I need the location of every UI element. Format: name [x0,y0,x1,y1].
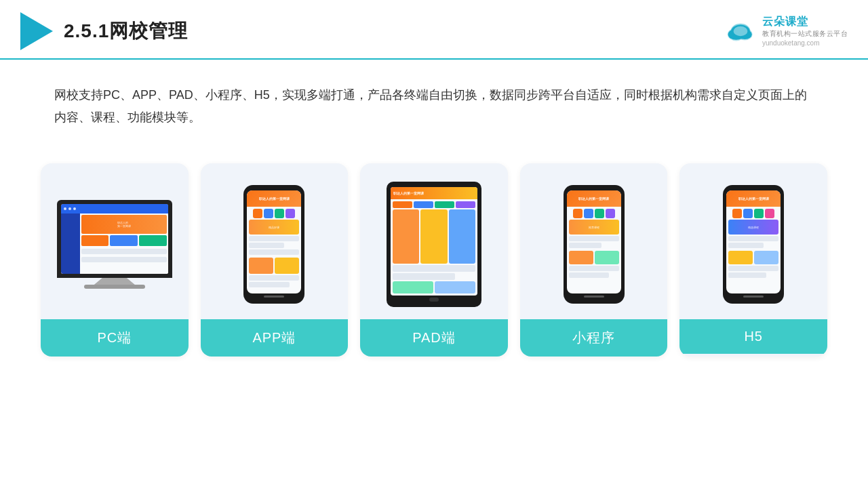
pc-label: PC端 [41,319,189,357]
svg-point-6 [734,26,748,36]
header-left: 2.5.1网校管理 [20,12,188,50]
app-phone: 职达人的第一堂网课 精品好课 [243,185,304,304]
cloud-icon [724,19,757,43]
mini-screen: 职达人的第一堂网课 推荐课程 [567,190,621,293]
h5-card: 职达人的第一堂网课 精选课程 [679,163,827,357]
brand-logo: 云朵课堂 教育机构一站式服务云平台 yunduoketang.com [724,14,848,48]
pad-label: PAD端 [360,319,508,357]
app-card: 职达人的第一堂网课 精品好课 [201,163,349,357]
mini-image-area: 职达人的第一堂网课 推荐课程 [520,163,668,319]
pc-card: 职达人的第一堂网课 [41,163,189,357]
h5-phone: 职达人的第一堂网课 精选课程 [723,185,784,304]
mini-label: 小程序 [520,319,668,357]
brand-name: 云朵课堂 [762,14,848,29]
h5-screen: 职达人的第一堂网课 精选课程 [726,190,781,293]
pc-monitor: 职达人的第一堂网课 [57,200,172,289]
mini-phone: 职达人的第一堂网课 推荐课程 [564,185,625,304]
h5-image-area: 职达人的第一堂网课 精选课程 [679,163,827,319]
pc-base [84,285,145,289]
phone-screen: 职达人的第一堂网课 精品好课 [247,190,301,293]
tablet-mockup: 职达人的第一堂网课 [387,182,481,307]
pc-stand [94,278,135,285]
header: 2.5.1网校管理 云朵课堂 教育机构一站式服务云平台 yunduoketang… [0,0,868,60]
brand-url: yunduoketang.com [762,39,848,48]
phone-notch [264,185,283,189]
tablet-screen: 职达人的第一堂网课 [391,187,477,296]
h5-home-bar [743,296,764,298]
app-label: APP端 [201,319,349,357]
app-image-area: 职达人的第一堂网课 精品好课 [201,163,349,319]
pc-image-area: 职达人的第一堂网课 [41,163,189,319]
mini-card: 职达人的第一堂网课 推荐课程 [520,163,668,357]
h5-phone-outer: 职达人的第一堂网课 精选课程 [723,185,784,304]
description-text: 网校支持PC、APP、PAD、小程序、H5，实现多端打通，产品各终端自由切换，数… [0,60,868,143]
cards-container: 职达人的第一堂网课 [0,150,868,377]
brand-text: 云朵课堂 教育机构一站式服务云平台 yunduoketang.com [762,14,848,48]
pad-card: 职达人的第一堂网课 [360,163,508,357]
pc-screen-inner: 职达人的第一堂网课 [61,204,168,274]
header-right: 云朵课堂 教育机构一站式服务云平台 yunduoketang.com [724,14,848,48]
tablet-outer: 职达人的第一堂网课 [387,182,481,307]
page-title: 2.5.1网校管理 [64,18,188,44]
phone-home-bar [264,296,284,298]
tablet-home-button [429,298,439,302]
mini-notch [585,185,604,189]
mini-home-bar [584,296,604,298]
logo-triangle-icon [20,12,53,50]
phone-outer: 职达人的第一堂网课 精品好课 [243,185,304,304]
h5-label: H5 [679,319,827,354]
brand-tagline: 教育机构一站式服务云平台 [762,29,848,39]
h5-notch [744,185,763,189]
pad-image-area: 职达人的第一堂网课 [360,163,508,319]
mini-phone-outer: 职达人的第一堂网课 推荐课程 [564,185,625,304]
pc-screen-outer: 职达人的第一堂网课 [57,200,172,278]
